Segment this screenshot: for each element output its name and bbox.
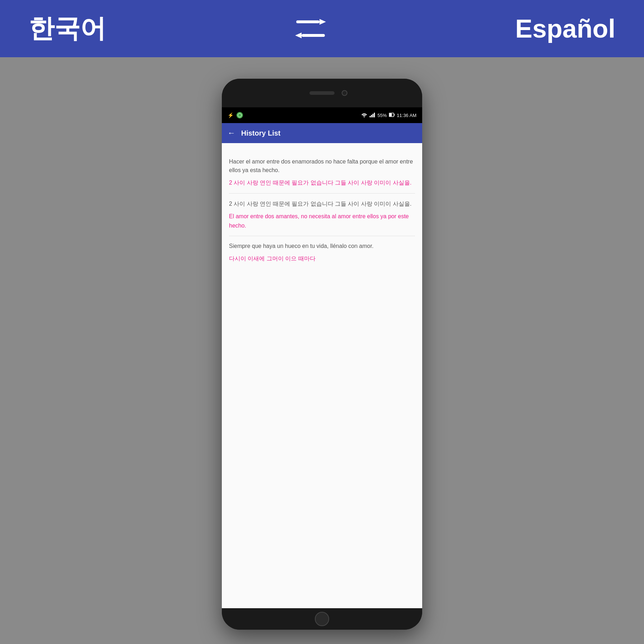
svg-rect-11 [394,114,395,116]
item-1-pink-text: 2 사이 사랑 연인 때문에 필요가 없습니다 그들 사이 사랑 이미이 사실을… [229,178,415,187]
source-language-label[interactable]: 한국어 [29,11,106,46]
history-item-2[interactable]: 2 사이 사랑 연인 때문에 필요가 없습니다 그들 사이 사랑 이미이 사실을… [229,194,415,236]
svg-rect-10 [389,113,392,116]
phone-bottom-bezel [222,608,422,630]
svg-rect-8 [374,113,375,117]
battery-percentage: 55% [377,113,387,118]
front-camera-dot [297,90,302,96]
back-button[interactable]: ← [228,128,235,138]
svg-rect-5 [370,116,371,117]
circle-app-icon [236,112,243,118]
phone-speaker [309,91,335,95]
status-left: ⚡ [228,112,243,118]
battery-icon [389,113,395,118]
wifi-icon [361,112,367,118]
svg-marker-3 [295,33,302,38]
svg-rect-7 [372,114,374,117]
item-2-gray-text: 2 사이 사랑 연인 때문에 필요가 없습니다 그들 사이 사랑 이미이 사실을… [229,199,415,209]
item-2-pink-text: El amor entre dos amantes, no necesita a… [229,212,415,230]
svg-rect-2 [302,34,325,37]
svg-rect-0 [296,20,319,23]
history-item-1[interactable]: Hacer el amor entre dos enamorados no ha… [229,152,415,194]
usb-icon: ⚡ [228,112,234,118]
item-3-pink-text: 다시이 이새에 그머이 이으 때마다 [229,254,415,263]
svg-marker-1 [319,19,326,25]
signal-icon [370,112,375,118]
main-area: ⚡ 55% 11:36 AM ← Hi [0,57,644,644]
phone-camera [342,90,347,96]
time-display: 11:36 AM [397,113,416,118]
phone-device: ⚡ 55% 11:36 AM ← Hi [222,79,422,630]
svg-point-4 [238,113,241,117]
status-right: 55% 11:36 AM [361,112,416,118]
swap-icon[interactable] [294,16,327,41]
target-language-label[interactable]: Español [515,14,615,43]
home-button[interactable] [315,612,329,626]
status-bar: ⚡ 55% 11:36 AM [222,107,422,123]
history-list-content: Hacer el amor entre dos enamorados no ha… [222,143,422,608]
history-item-3[interactable]: Siempre que haya un hueco en tu vida, ll… [229,236,415,269]
phone-top-bezel [222,79,422,107]
app-bar: ← History List [222,123,422,143]
top-language-header: 한국어 Español [0,0,644,57]
item-3-gray-text: Siempre que haya un hueco en tu vida, ll… [229,242,415,250]
swap-icon-container[interactable] [294,16,327,41]
item-1-gray-text: Hacer el amor entre dos enamorados no ha… [229,157,415,175]
svg-rect-6 [371,115,372,117]
app-bar-title: History List [241,129,280,137]
